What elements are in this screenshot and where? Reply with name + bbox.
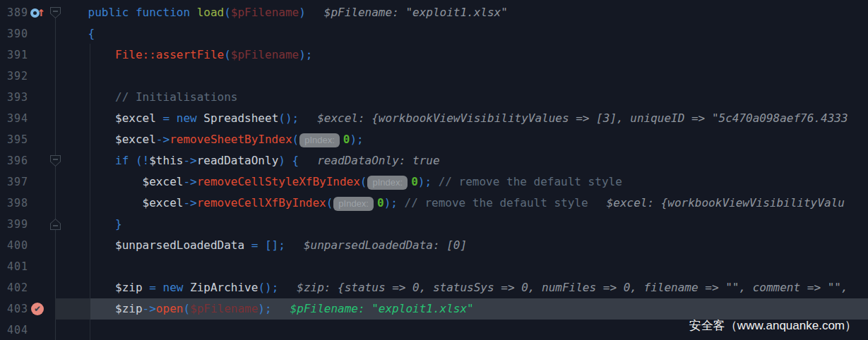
code-token <box>61 154 115 167</box>
code-token: removeCellXfByIndex <box>197 196 326 210</box>
code-token: (); <box>258 281 278 294</box>
code-line-row: 400 $unparsedLoadedData = [];$unparsedLo… <box>0 235 868 256</box>
line-number[interactable]: 396 <box>7 150 28 171</box>
code-line[interactable]: $zip = new ZipArchive();$zip: {status =>… <box>61 277 848 298</box>
code-line-row: 393 // Initialisations <box>0 87 868 108</box>
line-number[interactable]: 391 <box>7 44 28 66</box>
code-token: ( <box>183 302 190 315</box>
code-token: if <box>115 154 136 167</box>
code-token: ( <box>326 196 333 210</box>
code-token: $excel <box>61 196 183 210</box>
fold-marker-start-icon[interactable] <box>50 7 61 18</box>
debugger-inline-hint[interactable]: $unparsedLoadedData: [0] <box>304 238 467 252</box>
line-number[interactable]: 401 <box>7 256 28 277</box>
code-token: = new <box>163 111 197 125</box>
code-token: $unparsedLoadedData <box>61 238 251 252</box>
line-number[interactable]: 397 <box>7 171 28 193</box>
code-line[interactable]: public function load($pFilename)$pFilena… <box>61 2 508 23</box>
code-line-row: 403✔ $zip->open($pFilename);$pFilename: … <box>0 298 868 320</box>
code-token: ) { <box>278 154 299 167</box>
debugger-inline-hint[interactable]: $excel: {workbookViewVisibilityValu <box>607 196 845 210</box>
line-number[interactable]: 399 <box>7 214 28 235</box>
code-token: // remove the default style <box>439 175 622 188</box>
debugger-inline-hint[interactable]: $zip: {status => 0, statusSys => 0, numF… <box>297 281 848 294</box>
code-token: ( <box>224 48 231 61</box>
code-token <box>61 6 88 19</box>
code-token: = new <box>149 281 183 294</box>
code-token: -> <box>183 154 196 167</box>
debugger-inline-hint: readDataOnly: true <box>317 154 439 167</box>
fold-marker-fill <box>51 156 60 166</box>
code-token: File::assertFile <box>115 48 224 61</box>
code-token: $excel <box>61 133 156 146</box>
code-token: ZipArchive <box>183 281 258 294</box>
code-lines: 389↑ public function load($pFilename)$pF… <box>0 2 868 340</box>
code-token: // Initialisations <box>61 90 237 104</box>
line-number[interactable]: 389 <box>7 2 28 23</box>
line-number[interactable]: 400 <box>7 235 28 256</box>
line-number[interactable]: 390 <box>7 23 28 44</box>
code-line-row: 392 <box>0 66 868 87</box>
breakpoint-verified-icon[interactable]: ✔ <box>31 303 44 315</box>
line-number[interactable]: 395 <box>7 129 28 150</box>
code-token: ); <box>299 48 312 61</box>
code-token: $pFilename <box>190 302 258 315</box>
debugger-inline-hint: $pFilename: "exploit1.xlsx" <box>290 302 474 315</box>
code-line[interactable]: File::assertFile($pFilename); <box>61 44 312 66</box>
fold-marker-start-icon[interactable] <box>50 155 61 166</box>
code-token: $pFilename <box>231 6 299 19</box>
param-hint-badge: pIndex: <box>333 197 374 211</box>
code-token <box>61 48 115 61</box>
line-number[interactable]: 393 <box>7 87 28 108</box>
code-line[interactable]: $unparsedLoadedData = [];$unparsedLoaded… <box>61 235 467 256</box>
fold-marker-minus <box>53 159 58 160</box>
code-token: ); <box>418 175 439 188</box>
code-line[interactable]: } <box>61 214 122 235</box>
line-number[interactable]: 394 <box>7 108 28 129</box>
code-token: ); <box>384 196 405 210</box>
code-token: $zip <box>61 281 149 294</box>
code-token: open <box>156 302 184 315</box>
code-token: $excel <box>61 175 183 188</box>
code-token: } <box>61 217 122 231</box>
code-token: public function <box>88 6 197 19</box>
code-token: ); <box>350 133 363 146</box>
code-token: $zip <box>61 302 143 315</box>
line-number[interactable]: 404 <box>7 320 28 340</box>
code-token: -> <box>183 196 196 210</box>
line-number[interactable]: 403 <box>7 298 28 320</box>
breakpoint-check-icon: ✔ <box>31 303 44 315</box>
fold-marker-fill <box>51 8 60 18</box>
debugger-inline-hint[interactable]: $excel: {workbookViewVisibilityValues =>… <box>317 111 848 125</box>
code-line[interactable]: $excel->removeCellStyleXfByIndex(pIndex:… <box>61 171 622 193</box>
code-token: (); <box>278 111 299 125</box>
code-line[interactable]: $zip->open($pFilename);$pFilename: "expl… <box>61 298 474 320</box>
code-line-row: 398 $excel->removeCellXfByIndex(pIndex:0… <box>0 193 868 214</box>
code-line[interactable]: $excel = new Spreadsheet();$excel: {work… <box>61 108 848 129</box>
code-line-row: 402 $zip = new ZipArchive();$zip: {statu… <box>0 277 868 298</box>
code-line[interactable]: $excel->removeCellXfByIndex(pIndex:0); /… <box>61 193 845 214</box>
debugger-inline-hint: $pFilename: "exploit1.xlsx" <box>324 6 508 19</box>
code-token: Spreadsheet <box>197 111 279 125</box>
code-line-row: 401 <box>0 256 868 277</box>
code-line-row: 395 $excel->removeSheetByIndex(pIndex:0)… <box>0 129 868 150</box>
fold-marker-end-icon[interactable] <box>50 219 61 230</box>
code-line[interactable]: // Initialisations <box>61 87 237 108</box>
code-line-row: 397 $excel->removeCellStyleXfByIndex(pIn… <box>0 171 868 193</box>
line-number[interactable]: 398 <box>7 193 28 214</box>
code-token: removeSheetByIndex <box>170 133 292 146</box>
code-editor: 389↑ public function load($pFilename)$pF… <box>0 0 868 340</box>
code-token: ( <box>360 175 367 188</box>
code-token: $excel <box>61 111 163 125</box>
code-token: = []; <box>251 238 285 252</box>
line-number[interactable]: 402 <box>7 277 28 298</box>
code-line-row: 396 if (!$this->readDataOnly) {readDataO… <box>0 150 868 171</box>
code-line[interactable]: if (!$this->readDataOnly) {readDataOnly:… <box>61 150 440 171</box>
watermark: 安全客（www.anquanke.com） <box>689 317 857 334</box>
line-number[interactable]: 392 <box>7 66 28 87</box>
fold-marker-fill <box>51 219 60 229</box>
code-token: -> <box>156 133 170 146</box>
code-token: -> <box>183 175 196 188</box>
code-line[interactable]: $excel->removeSheetByIndex(pIndex:0); <box>61 129 364 150</box>
code-line[interactable]: { <box>61 23 95 44</box>
